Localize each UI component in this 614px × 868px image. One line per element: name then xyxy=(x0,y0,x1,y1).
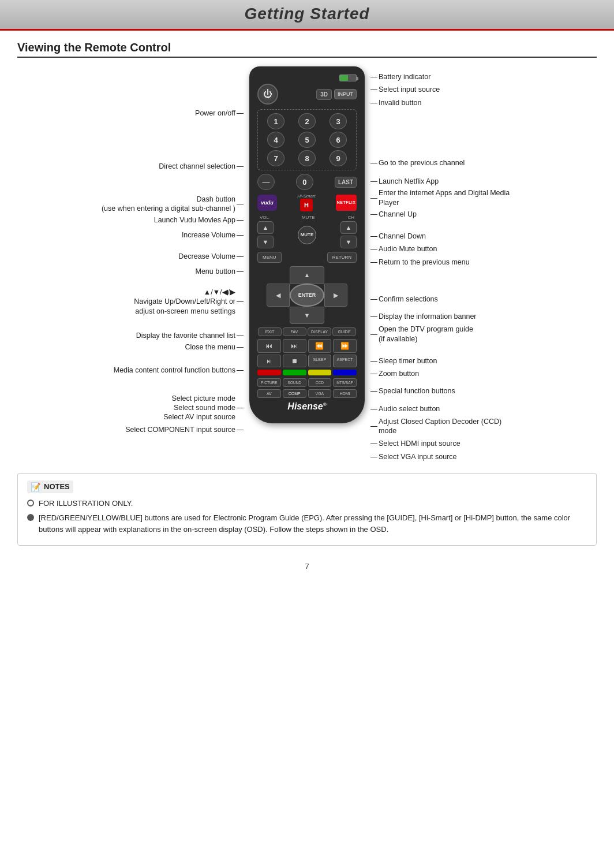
vol-ch-section: VOL MUTE CH ▲ ▼ MUTE ▲ ▼ xyxy=(257,215,357,248)
last-button[interactable]: LAST xyxy=(335,177,357,188)
vol-down-button[interactable]: ▼ xyxy=(257,236,274,248)
button-7[interactable]: 7 xyxy=(267,150,284,166)
comp-button[interactable]: COMP xyxy=(283,389,306,398)
mute-label: MUTE xyxy=(302,215,315,220)
ch-col: ▲ ▼ xyxy=(340,221,357,248)
stop-button[interactable]: ⏹ xyxy=(283,355,306,367)
dpad: ▲ ◀ ENTER ▶ ▼ xyxy=(267,266,347,324)
skip-back-button[interactable]: ⏪ xyxy=(308,339,332,353)
fav-button[interactable]: FAV. xyxy=(283,327,306,336)
yellow-button[interactable] xyxy=(308,370,332,375)
label-confirm: Confirm selections xyxy=(370,295,515,304)
dpad-left-button[interactable]: ◀ xyxy=(267,284,290,307)
label-battery: Battery indicator xyxy=(370,72,515,81)
menu-return-row: MENU RETURN xyxy=(257,252,357,263)
efg-row: EXIT FAV. DISPLAY GUIDE xyxy=(257,327,357,336)
button-0[interactable]: 0 xyxy=(296,174,313,190)
button-2[interactable]: 2 xyxy=(298,113,316,129)
mts-sap-button[interactable]: MTS/SAP xyxy=(333,378,357,387)
guide-button[interactable]: GUIDE xyxy=(332,327,356,336)
rewind-button[interactable]: ⏮ xyxy=(257,339,281,353)
hdmi-button[interactable]: HDMI xyxy=(333,389,357,398)
button-1[interactable]: 1 xyxy=(267,113,284,129)
note-text-1: FOR ILLUSTRATION ONLY. xyxy=(39,498,133,509)
button-6[interactable]: 6 xyxy=(330,132,347,148)
return-button[interactable]: RETURN xyxy=(327,252,357,263)
button-4[interactable]: 4 xyxy=(267,132,284,148)
input-button[interactable]: INPUT xyxy=(334,89,357,99)
notes-icon: 📝 xyxy=(31,482,40,491)
button-5[interactable]: 5 xyxy=(298,132,316,148)
fast-forward-button[interactable]: ⏭ xyxy=(283,339,306,353)
dpad-up-button[interactable]: ▲ xyxy=(290,266,324,284)
ch-label: CH xyxy=(347,215,354,220)
label-increase-vol: Increase Volume xyxy=(99,230,244,240)
green-button[interactable] xyxy=(283,370,306,375)
red-button[interactable] xyxy=(257,370,281,375)
label-prev-channel: Go to the previous channel xyxy=(370,158,515,167)
battery-row xyxy=(257,74,357,81)
sound-button[interactable]: SOUND xyxy=(283,378,306,387)
vol-ch-arrow-row: ▲ ▼ MUTE ▲ ▼ xyxy=(257,221,357,248)
exit-button[interactable]: EXIT xyxy=(258,327,282,336)
label-menu: Menu button xyxy=(99,267,244,276)
ch-up-button[interactable]: ▲ xyxy=(340,221,357,234)
left-labels: Power on/off Direct channel selection Da… xyxy=(99,61,244,435)
sleep-button[interactable]: SLEEP xyxy=(308,355,332,367)
dpad-right-button[interactable]: ▶ xyxy=(324,284,347,307)
note-bullet-1 xyxy=(27,500,34,506)
vga-button[interactable]: VGA xyxy=(308,389,332,398)
label-special-func: Special function buttons xyxy=(370,386,515,396)
page-title: Getting Started xyxy=(0,5,614,23)
label-guide: Open the DTV program guide(if available) xyxy=(370,325,515,344)
hismart-button[interactable]: Hi-Smart H xyxy=(297,193,316,211)
notes-title: NOTES xyxy=(44,482,70,491)
label-sleep: Sleep timer button xyxy=(370,356,515,366)
button-8[interactable]: 8 xyxy=(298,150,316,166)
label-dash: Dash button(use when entering a digital … xyxy=(99,195,244,214)
mute-button[interactable]: MUTE xyxy=(298,226,316,244)
button-3[interactable]: 3 xyxy=(330,113,347,129)
label-direct-channel: Direct channel selection xyxy=(99,162,244,171)
input-row: AV COMP VGA HDMI xyxy=(257,389,357,398)
skip-forward-button[interactable]: ⏩ xyxy=(333,339,357,353)
button-9[interactable]: 9 xyxy=(330,150,347,166)
label-internet-apps: Enter the internet Apps and Digital Medi… xyxy=(370,188,515,207)
remote-control: ⏻ 3D INPUT 1 2 3 4 5 6 7 8 9 xyxy=(249,66,365,423)
remote-container: ⏻ 3D INPUT 1 2 3 4 5 6 7 8 9 xyxy=(244,61,370,423)
dash-button[interactable]: — xyxy=(257,174,275,190)
aspect-button[interactable]: ASPECT xyxy=(333,355,357,367)
media-row-2: ⏯ ⏹ SLEEP ASPECT xyxy=(257,355,357,367)
label-ccd: Adjust Closed Caption Decoder (CCD) mode xyxy=(370,417,515,436)
ch-down-button[interactable]: ▼ xyxy=(340,236,357,248)
label-ch-up: Channel Up xyxy=(370,210,515,219)
label-media: Media content control function buttons xyxy=(99,366,244,375)
vol-up-button[interactable]: ▲ xyxy=(257,221,274,234)
smart-row: vudu Hi-Smart H NETFLIX xyxy=(257,193,357,211)
blue-button[interactable] xyxy=(333,370,357,375)
play-pause-button[interactable]: ⏯ xyxy=(257,355,281,367)
dpad-down-button[interactable]: ▼ xyxy=(290,307,324,324)
note-item-2: [RED/GREEN/YELLOW/BLUE] buttons are used… xyxy=(27,512,587,535)
label-vga: Select VGA input source xyxy=(370,452,515,461)
note-item-1: FOR ILLUSTRATION ONLY. xyxy=(27,498,587,509)
vudu-button[interactable]: vudu xyxy=(257,195,277,211)
label-vudu: Launch Vudu Movies App xyxy=(99,215,244,225)
netflix-button[interactable]: NETFLIX xyxy=(336,195,357,211)
ccd-button[interactable]: CCD xyxy=(308,378,332,387)
diagram-area: Power on/off Direct channel selection Da… xyxy=(0,61,614,461)
notes-section: 📝 NOTES FOR ILLUSTRATION ONLY. [RED/GREE… xyxy=(17,473,597,546)
menu-button[interactable]: MENU xyxy=(257,252,282,263)
note-text-2: [RED/GREEN/YELLOW/BLUE] buttons are used… xyxy=(39,512,587,535)
vol-label: VOL xyxy=(260,215,269,220)
picture-button[interactable]: PICTURE xyxy=(257,378,281,387)
3d-button[interactable]: 3D xyxy=(316,89,332,100)
hismart-label: Hi-Smart xyxy=(297,193,316,199)
number-pad: 1 2 3 4 5 6 7 8 9 xyxy=(257,109,357,170)
enter-button[interactable]: ENTER xyxy=(290,284,324,307)
label-audio-mute: Audio Mute button xyxy=(370,244,515,254)
av-button[interactable]: AV xyxy=(257,389,281,398)
power-button[interactable]: ⏻ xyxy=(257,84,278,105)
display-button[interactable]: DISPLAY xyxy=(308,327,331,336)
hismart-icon: H xyxy=(300,199,313,211)
